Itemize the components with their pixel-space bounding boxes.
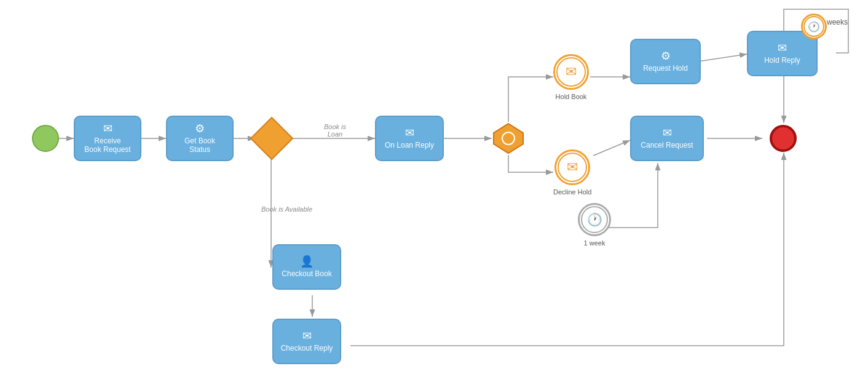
end-event-node: [770, 125, 797, 152]
mail-icon-2: ✉: [405, 127, 414, 138]
hold-reply-node: 🕐 ✉ Hold Reply: [747, 31, 818, 76]
hold-book-label: Hold Book: [556, 92, 587, 101]
get-book-status-label: Get Book Status: [184, 137, 215, 154]
decline-hold-label: Decline Hold: [553, 188, 591, 196]
hold-book-node: ✉ Hold Book: [553, 54, 589, 101]
timer-1week-node: 🕐 1 week: [578, 203, 611, 247]
svg-line-9: [698, 54, 747, 62]
checkout-book-label: Checkout Book: [282, 269, 331, 278]
receive-book-request-node: ✉ Receive Book Request: [74, 116, 141, 161]
user-icon: 👤: [300, 256, 314, 267]
svg-line-10: [593, 140, 630, 156]
mail-icon: ✉: [103, 123, 112, 134]
gateway2-node: [492, 122, 525, 155]
checkout-reply-node: ✉ Checkout Reply: [272, 319, 341, 364]
svg-text:Book is: Book is: [324, 123, 347, 130]
bpmn-diagram: Book is Loan Book is Available 2 weeks ✉…: [0, 0, 868, 382]
mail-icon-4: ✉: [663, 127, 672, 138]
svg-marker-16: [494, 124, 523, 153]
request-hold-label: Request Hold: [643, 64, 688, 73]
on-loan-reply-label: On Loan Reply: [385, 141, 434, 149]
svg-text:Loan: Loan: [328, 130, 342, 138]
on-loan-reply-node: ✉ On Loan Reply: [375, 116, 444, 161]
receive-book-request-label: Receive Book Request: [84, 137, 130, 154]
get-book-status-node: ⚙ Get Book Status: [166, 116, 234, 161]
svg-text:Book is Available: Book is Available: [261, 205, 312, 213]
checkout-reply-label: Checkout Reply: [281, 344, 333, 352]
cancel-request-node: ✉ Cancel Request: [630, 116, 704, 161]
checkout-book-node: 👤 Checkout Book: [272, 244, 341, 290]
gateway1-node: [255, 122, 288, 155]
decline-hold-node: ✉ Decline Hold: [553, 149, 591, 196]
cancel-request-label: Cancel Request: [641, 141, 693, 149]
start-event: [32, 125, 59, 152]
timer-1week-label: 1 week: [584, 239, 606, 247]
mail-icon-5: ✉: [302, 330, 312, 341]
request-hold-node: ⚙ Request Hold: [630, 39, 701, 84]
hold-reply-label: Hold Reply: [764, 56, 800, 65]
gear-icon-2: ⚙: [661, 50, 671, 62]
gear-icon: ⚙: [195, 123, 205, 134]
mail-icon-3: ✉: [778, 42, 787, 54]
